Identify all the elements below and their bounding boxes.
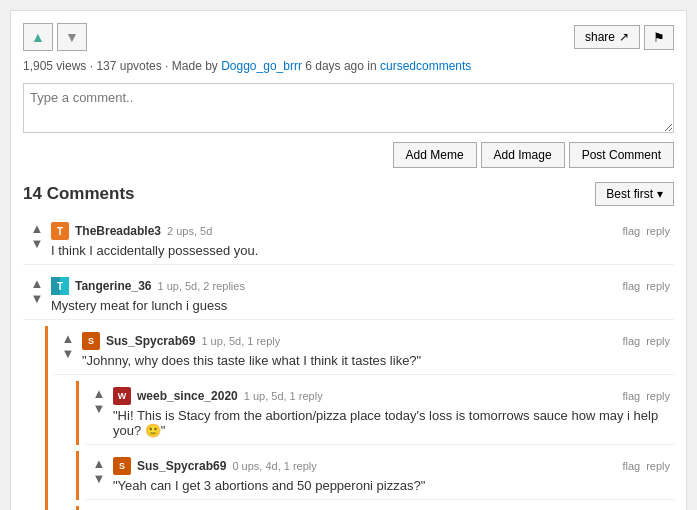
comments-label: Comments bbox=[47, 184, 135, 203]
comment-text: "Yeah can I get 3 abortions and 50 peppe… bbox=[113, 478, 670, 493]
comment-meta: 1 up, 5d, 1 reply bbox=[244, 390, 323, 402]
comment-body: W weeb_since_2020 1 up, 5d, 1 reply flag… bbox=[113, 387, 670, 438]
list-item: ▲ ▼ W weeb_since_2020 1 up, 5d, 1 reply … bbox=[76, 381, 674, 445]
comment-upvote-button[interactable]: ▲ bbox=[31, 222, 44, 235]
comment-meta: 1 up, 5d, 1 reply bbox=[201, 335, 280, 347]
add-image-button[interactable]: Add Image bbox=[481, 142, 565, 168]
comment-body: T Tangerine_36 1 up, 5d, 2 replies flag … bbox=[51, 277, 670, 313]
upvote-button[interactable]: ▲ bbox=[23, 23, 53, 51]
time-ago: 6 days ago in bbox=[305, 59, 376, 73]
avatar: T bbox=[51, 277, 69, 295]
comment-votes: ▲ ▼ bbox=[27, 222, 47, 258]
made-by-label: Made by bbox=[172, 59, 218, 73]
avatar: T bbox=[51, 222, 69, 240]
flag-comment-link[interactable]: flag bbox=[622, 280, 640, 292]
flag-comment-link[interactable]: flag bbox=[622, 390, 640, 402]
comment-downvote-button[interactable]: ▼ bbox=[93, 402, 106, 415]
flag-comment-link[interactable]: flag bbox=[622, 335, 640, 347]
flag-comment-link[interactable]: flag bbox=[622, 225, 640, 237]
reply-link[interactable]: reply bbox=[646, 390, 670, 402]
table-row: ▲ ▼ S Sus_Spycrab69 0 ups, 4d, 1 reply f… bbox=[85, 451, 674, 500]
comment-input[interactable] bbox=[23, 83, 674, 133]
comment-text: "Hi! This is Stacy from the abortion/piz… bbox=[113, 408, 670, 438]
comment-upvote-button[interactable]: ▲ bbox=[93, 457, 106, 470]
comment-votes: ▲ ▼ bbox=[89, 457, 109, 493]
avatar: W bbox=[113, 387, 131, 405]
comment-body: T TheBreadable3 2 ups, 5d flag reply I t… bbox=[51, 222, 670, 258]
comment-text: "Johnny, why does this taste like what I… bbox=[82, 353, 670, 368]
table-row: ▲ ▼ S Sus_Spycrab69 1 up, 5d, 1 reply fl… bbox=[54, 326, 674, 375]
username: weeb_since_2020 bbox=[137, 389, 238, 403]
comment-downvote-button[interactable]: ▼ bbox=[93, 472, 106, 485]
comments-count: 14 bbox=[23, 184, 42, 203]
comment-downvote-button[interactable]: ▼ bbox=[62, 347, 75, 360]
comment-downvote-button[interactable]: ▼ bbox=[31, 237, 44, 250]
add-meme-button[interactable]: Add Meme bbox=[393, 142, 477, 168]
comment-votes: ▲ ▼ bbox=[58, 332, 78, 368]
table-row: ▲ ▼ T TheBreadable3 2 ups, 5d flag reply… bbox=[23, 216, 674, 265]
list-item: ▲ ▼ W weeb_since_2020 0 ups, 4d flag rep… bbox=[76, 506, 674, 510]
share-label: share bbox=[585, 30, 615, 44]
list-item: ▲ ▼ S Sus_Spycrab69 1 up, 5d, 1 reply fl… bbox=[45, 326, 674, 510]
comment-upvote-button[interactable]: ▲ bbox=[31, 277, 44, 290]
username: Sus_Spycrab69 bbox=[137, 459, 226, 473]
comments-title: 14 Comments bbox=[23, 184, 135, 204]
post-comment-button[interactable]: Post Comment bbox=[569, 142, 674, 168]
flag-icon: ⚑ bbox=[653, 30, 665, 45]
username: Tangerine_36 bbox=[75, 279, 151, 293]
reply-link[interactable]: reply bbox=[646, 335, 670, 347]
comment-meta: 2 ups, 5d bbox=[167, 225, 212, 237]
flag-comment-link[interactable]: flag bbox=[622, 460, 640, 472]
list-item: ▲ ▼ S Sus_Spycrab69 0 ups, 4d, 1 reply f… bbox=[76, 451, 674, 500]
downvote-button[interactable]: ▼ bbox=[57, 23, 87, 51]
community-link[interactable]: cursedcomments bbox=[380, 59, 471, 73]
table-row: ▲ ▼ T Tangerine_36 1 up, 5d, 2 replies f… bbox=[23, 271, 674, 320]
upvotes-count: 137 upvotes bbox=[96, 59, 161, 73]
table-row: ▲ ▼ W weeb_since_2020 0 ups, 4d flag rep… bbox=[85, 506, 674, 510]
share-icon: ↗ bbox=[619, 30, 629, 44]
reply-link[interactable]: reply bbox=[646, 460, 670, 472]
username: TheBreadable3 bbox=[75, 224, 161, 238]
comment-body: S Sus_Spycrab69 0 ups, 4d, 1 reply flag … bbox=[113, 457, 670, 493]
meta-info: 1,905 views · 137 upvotes · Made by Dogg… bbox=[23, 59, 674, 73]
sort-arrow-icon: ▾ bbox=[657, 187, 663, 201]
sort-dropdown[interactable]: Best first ▾ bbox=[595, 182, 674, 206]
reply-link[interactable]: reply bbox=[646, 280, 670, 292]
comment-body: S Sus_Spycrab69 1 up, 5d, 1 reply flag r… bbox=[82, 332, 670, 368]
comment-downvote-button[interactable]: ▼ bbox=[31, 292, 44, 305]
comment-votes: ▲ ▼ bbox=[27, 277, 47, 313]
flag-button[interactable]: ⚑ bbox=[644, 25, 674, 50]
comment-upvote-button[interactable]: ▲ bbox=[62, 332, 75, 345]
comment-upvote-button[interactable]: ▲ bbox=[93, 387, 106, 400]
comment-text: Mystery meat for lunch i guess bbox=[51, 298, 670, 313]
comment-meta: 1 up, 5d, 2 replies bbox=[157, 280, 244, 292]
comment-votes: ▲ ▼ bbox=[89, 387, 109, 438]
comment-meta: 0 ups, 4d, 1 reply bbox=[232, 460, 316, 472]
sort-label: Best first bbox=[606, 187, 653, 201]
views-count: 1,905 views bbox=[23, 59, 86, 73]
reply-link[interactable]: reply bbox=[646, 225, 670, 237]
comment-text: I think I accidentally possessed you. bbox=[51, 243, 670, 258]
username: Sus_Spycrab69 bbox=[106, 334, 195, 348]
avatar: S bbox=[82, 332, 100, 350]
avatar: S bbox=[113, 457, 131, 475]
table-row: ▲ ▼ W weeb_since_2020 1 up, 5d, 1 reply … bbox=[85, 381, 674, 445]
author-link[interactable]: Doggo_go_brrr bbox=[221, 59, 302, 73]
share-button[interactable]: share ↗ bbox=[574, 25, 640, 49]
